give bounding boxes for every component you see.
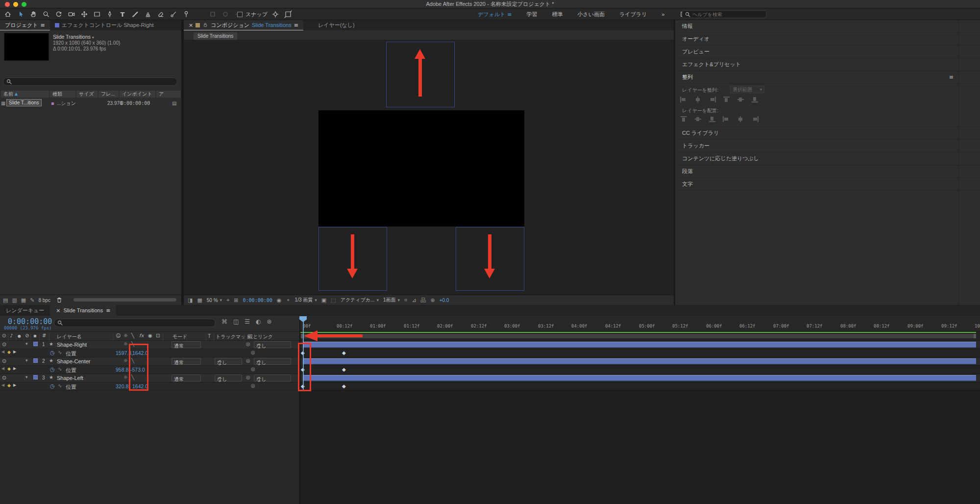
hand-tool-icon[interactable]	[28, 9, 38, 19]
property-name[interactable]: 位置	[66, 350, 76, 357]
target-icon[interactable]: ⌖	[226, 298, 229, 303]
blend-mode-select[interactable]: 通常▾	[172, 375, 201, 381]
layer-name[interactable]: Shape-Center	[57, 358, 91, 364]
minimize-window-button[interactable]	[13, 2, 18, 7]
workspace-tab-small-screen[interactable]: 小さい画面	[578, 11, 605, 18]
distribute-center-h-icon[interactable]	[737, 116, 744, 122]
panel-item-preview[interactable]: プレビュー	[675, 46, 980, 58]
distribute-right-icon[interactable]	[751, 116, 759, 122]
layer-name-column-label[interactable]: レイヤー名	[57, 333, 82, 340]
snap-crosshair-icon[interactable]	[270, 9, 280, 19]
show-snapshot-icon[interactable]: ⚬	[286, 298, 290, 303]
align-target-select[interactable]: 選択範囲▾	[730, 86, 764, 93]
parent-pickwhip-icon[interactable]: ◎	[246, 375, 250, 380]
next-keyframe-icon[interactable]: ▶	[13, 367, 16, 371]
position-x-value[interactable]: 320.8,	[116, 383, 130, 389]
twirl-down-icon[interactable]: ▾	[25, 375, 28, 379]
help-search[interactable]	[682, 10, 766, 18]
panel-item-audio[interactable]: オーディオ	[675, 33, 980, 46]
draft-3d-icon[interactable]: ◫	[233, 319, 239, 325]
panel-item-align[interactable]: 整列≡	[675, 71, 980, 84]
workspace-tab-learn[interactable]: 学習	[527, 11, 538, 18]
shape-tool-icon[interactable]	[92, 9, 102, 19]
close-tab-icon[interactable]: ×	[189, 23, 193, 28]
timeline-graph-area[interactable]: ◆ ◆ ◆ ◆ ◆ ◆	[300, 341, 980, 391]
view-layout-select[interactable]: 1画面▾	[383, 297, 400, 303]
column-size[interactable]: サイズ	[76, 91, 98, 98]
composition-viewer[interactable]	[184, 40, 674, 295]
new-comp-icon[interactable]: ▦	[21, 298, 26, 303]
close-tab-icon[interactable]: ×	[56, 308, 60, 313]
adjust-icon[interactable]: ✎	[30, 298, 34, 303]
timeline-search[interactable]	[54, 319, 216, 327]
panel-item-tracker[interactable]: トラッカー	[675, 140, 980, 152]
frame-blending-icon[interactable]: ◐	[256, 319, 261, 325]
prev-keyframe-icon[interactable]: ◀	[1, 367, 4, 371]
stopwatch-icon[interactable]: ◷	[50, 383, 55, 389]
tab-timeline-comp[interactable]: × Slide Transitions ≡	[50, 305, 116, 316]
layer-row-2[interactable]: ⊙ ▾ 2 ★ Shape-Center ☼ ╲ 通常▾ なし▾ ◎ なし▾	[0, 357, 300, 366]
fast-previews-icon[interactable]: ⊿	[412, 298, 416, 303]
snap-bounds-icon[interactable]	[283, 9, 293, 19]
transparency-grid-icon[interactable]: ▦	[197, 298, 202, 303]
panel-item-cc-libraries[interactable]: CC ライブラリ	[675, 127, 980, 140]
layer-row-3[interactable]: ⊙ ▾ 3 ★ Shape-Left ☼ ╲ 通常▾ なし▾ ◎ なし▾	[0, 374, 300, 382]
graph-editor-icon[interactable]: ∿	[58, 383, 62, 388]
selection-tool-icon[interactable]	[16, 9, 25, 19]
next-keyframe-icon[interactable]: ▶	[13, 383, 16, 387]
position-x-value[interactable]: 958.8,	[116, 367, 130, 373]
stopwatch-icon[interactable]: ◷	[50, 350, 55, 355]
property-name[interactable]: 位置	[66, 383, 76, 391]
safe-zones-icon[interactable]: ⊞	[234, 298, 238, 303]
stopwatch-icon[interactable]: ◷	[50, 367, 55, 372]
panel-menu-icon[interactable]: ≡	[106, 308, 110, 313]
t-column-label[interactable]: T	[208, 333, 211, 339]
mini-flowchart-icon[interactable]: ⌘	[221, 319, 227, 325]
property-row-2[interactable]: ◀ ◆ ▶ ◷ ∿ 位置 958.8, -573.0 ◎	[0, 366, 300, 374]
mode-column-label[interactable]: モード	[172, 333, 187, 340]
twirl-down-icon[interactable]: ▾	[25, 358, 28, 363]
blend-mode-select[interactable]: 通常▾	[172, 358, 201, 365]
project-bit-depth[interactable]: 8 bpc	[38, 298, 50, 303]
parent-select[interactable]: なし▾	[254, 375, 291, 381]
panel-edge-divider[interactable]	[958, 20, 959, 305]
camera-tool-icon[interactable]	[67, 9, 76, 19]
property-pickwhip-icon[interactable]: ◎	[251, 350, 255, 355]
chevron-down-icon[interactable]: ▾	[92, 35, 94, 40]
workspace-tab-libraries[interactable]: ライブラリ	[619, 11, 647, 18]
parent-select[interactable]: なし▾	[254, 341, 291, 348]
collapse-toggle[interactable]: ☼	[123, 375, 128, 380]
project-search[interactable]	[3, 77, 177, 86]
workspace-tab-default[interactable]: デフォルト≡	[478, 11, 512, 18]
layer-duration-bar[interactable]	[303, 358, 976, 364]
fullscreen-window-button[interactable]	[22, 2, 26, 7]
tab-render-queue[interactable]: レンダーキュー	[0, 305, 50, 316]
layer-label-color[interactable]	[33, 342, 38, 346]
prev-keyframe-icon[interactable]: ◀	[1, 350, 4, 354]
panel-menu-icon[interactable]: ≡	[949, 75, 954, 80]
column-outpoint[interactable]: ア	[156, 91, 181, 98]
trackmatte-select[interactable]: なし▾	[215, 375, 242, 381]
motion-blur-icon[interactable]: ⊛	[267, 319, 272, 325]
column-type[interactable]: 種類	[50, 91, 76, 98]
trash-icon[interactable]	[54, 295, 64, 305]
lock-icon[interactable]	[202, 22, 208, 28]
layer-name[interactable]: Shape-Left	[57, 375, 83, 381]
property-pickwhip-icon[interactable]: ◎	[251, 367, 255, 372]
trackmatte-select[interactable]: なし▾	[215, 358, 242, 365]
keyframe[interactable]: ◆	[342, 351, 346, 355]
panel-item-paragraph[interactable]: 段落	[675, 165, 980, 178]
distribute-bottom-icon[interactable]	[709, 116, 716, 122]
rotation-tool-icon[interactable]	[54, 9, 64, 19]
axis-mode-world-icon[interactable]	[220, 9, 230, 19]
close-window-button[interactable]	[5, 2, 10, 7]
layer-duration-bar[interactable]	[303, 375, 976, 381]
add-keyframe-icon[interactable]: ◆	[7, 383, 11, 388]
clone-stamp-tool-icon[interactable]	[143, 9, 153, 19]
graph-editor-icon[interactable]: ∿	[58, 367, 62, 372]
tab-effect-controls[interactable]: エフェクトコントロール Shape-Right	[50, 20, 159, 30]
pixel-aspect-icon[interactable]: ⌗	[404, 298, 407, 303]
tab-project[interactable]: プロジェクト≡	[0, 20, 50, 30]
timeline-search-input[interactable]	[65, 320, 202, 326]
mini-flowchart-icon[interactable]: 品	[420, 298, 426, 303]
